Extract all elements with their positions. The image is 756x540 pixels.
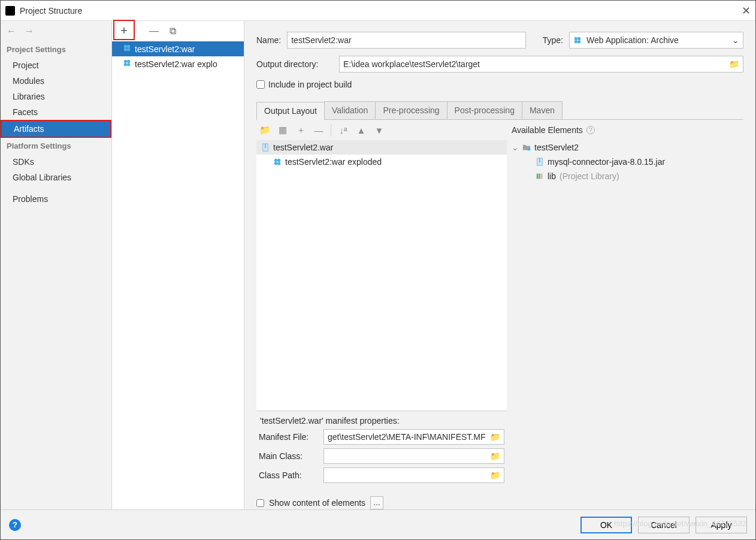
artifact-toolbar: ＋ — ⧉	[112, 21, 244, 41]
main-panel: Name: Type: Web Application: Archive ⌄ O…	[244, 21, 755, 509]
browse-icon[interactable]: 📁	[490, 451, 500, 461]
class-path-field[interactable]: 📁	[323, 467, 504, 483]
browse-folder-icon[interactable]: 📁	[729, 59, 739, 69]
sidebar-item-libraries[interactable]: Libraries	[1, 89, 111, 104]
artifact-name-input[interactable]	[287, 32, 526, 49]
svg-point-16	[274, 162, 277, 165]
nav-forward-icon[interactable]: →	[25, 26, 34, 37]
manifest-file-field[interactable]: get\testServlet2\META-INF\MANIFEST.MF📁	[323, 429, 504, 445]
output-dir-field[interactable]: E:\idea workplace\testServlet2\target 📁	[339, 56, 743, 73]
copy-artifact-button[interactable]: ⧉	[170, 26, 176, 37]
remove-artifact-button[interactable]: —	[149, 26, 159, 37]
manifest-panel: 'testServlet2.war' manifest properties: …	[256, 411, 507, 489]
svg-point-8	[574, 37, 577, 40]
output-dir-label: Output directory:	[256, 59, 333, 69]
show-content-label: Show content of elements	[269, 498, 365, 508]
sidebar-item-problems[interactable]: Problems	[1, 191, 111, 207]
folder-icon	[522, 143, 531, 152]
library-icon	[536, 172, 544, 180]
sidebar-item-modules[interactable]: Modules	[1, 73, 111, 89]
name-label: Name:	[256, 35, 281, 45]
expand-icon[interactable]: ⌄	[512, 143, 519, 152]
sidebar-item-facets[interactable]: Facets	[1, 104, 111, 120]
tab-validation[interactable]: Validation	[324, 101, 376, 119]
class-path-label: Class Path:	[259, 470, 323, 480]
svg-point-17	[277, 159, 280, 162]
help-icon[interactable]: ?	[586, 126, 595, 134]
main-class-field[interactable]: 📁	[323, 448, 504, 464]
apply-button[interactable]: Apply	[695, 517, 747, 533]
title-bar: Project Structure ✕	[1, 1, 755, 21]
output-layout-tree[interactable]: testServlet2.war testServlet2:war explod…	[256, 140, 507, 411]
sidebar: ← → Project Settings Project Modules Lib…	[1, 21, 112, 509]
cancel-button[interactable]: Cancel	[638, 517, 690, 533]
artifact-icon	[123, 59, 131, 69]
section-platform-settings: Platform Settings	[1, 138, 111, 154]
sidebar-item-artifacts[interactable]: Artifacts	[2, 121, 110, 137]
available-elements-label: Available Elements	[512, 125, 583, 135]
move-down-icon[interactable]: ▼	[373, 125, 385, 135]
include-in-build-checkbox[interactable]	[256, 80, 265, 89]
svg-point-1	[127, 48, 130, 51]
create-archive-icon[interactable]: ▦	[277, 125, 289, 135]
help-button[interactable]: ?	[9, 519, 21, 531]
available-item-label: mysql-connector-java-8.0.15.jar	[548, 157, 665, 167]
svg-point-10	[574, 40, 577, 43]
archive-icon	[536, 158, 544, 166]
add-copy-icon[interactable]: ＋	[295, 125, 307, 136]
sidebar-item-global-libraries[interactable]: Global Libraries	[1, 170, 111, 185]
svg-point-5	[127, 63, 130, 66]
artifact-icon	[123, 44, 131, 54]
available-elements-tree[interactable]: ⌄ testServlet2 mysql-connector-java-8.0.…	[507, 140, 743, 489]
sort-icon[interactable]: ↓ª	[337, 125, 349, 135]
create-directory-icon[interactable]: 📁	[259, 125, 271, 135]
browse-icon[interactable]: 📁	[490, 470, 500, 480]
svg-rect-20	[539, 158, 540, 162]
add-artifact-button[interactable]: ＋	[113, 20, 135, 40]
main-class-label: Main Class:	[259, 451, 323, 461]
svg-point-14	[274, 159, 277, 162]
layout-child-label: testServlet2:war exploded	[285, 157, 382, 167]
sidebar-item-sdks[interactable]: SDKs	[1, 154, 111, 170]
include-in-build-label: Include in project build	[268, 80, 352, 89]
close-icon[interactable]: ✕	[742, 4, 751, 17]
artifact-icon	[273, 158, 282, 166]
type-icon	[573, 36, 582, 44]
artifact-list-panel: ＋ — ⧉ testServlet2:war testServlet2:war …	[112, 21, 244, 509]
layout-root-label: testServlet2.war	[273, 143, 333, 152]
manifest-header: 'testServlet2.war' manifest properties:	[260, 416, 507, 426]
artifact-list-item[interactable]: testServlet2:war explo	[112, 56, 244, 71]
svg-point-0	[124, 45, 127, 48]
svg-rect-18	[528, 148, 530, 150]
artifact-list-item[interactable]: testServlet2:war	[112, 41, 244, 56]
dialog-footer: ? OK Cancel Apply	[1, 509, 755, 539]
show-content-checkbox[interactable]	[256, 499, 264, 507]
sidebar-item-project[interactable]: Project	[1, 58, 111, 73]
move-up-icon[interactable]: ▲	[355, 125, 367, 135]
available-item-label: lib	[548, 171, 556, 181]
app-icon	[5, 6, 15, 16]
svg-point-9	[577, 40, 580, 43]
svg-rect-22	[539, 174, 540, 179]
browse-icon[interactable]: 📁	[490, 432, 500, 442]
type-label: Type:	[543, 35, 563, 45]
nav-back-icon[interactable]: ←	[7, 26, 16, 37]
tab-output-layout[interactable]: Output Layout	[256, 102, 325, 120]
section-project-settings: Project Settings	[1, 41, 111, 58]
available-item-suffix: (Project Library)	[560, 171, 619, 181]
svg-point-7	[127, 60, 130, 63]
remove-icon[interactable]: —	[313, 125, 325, 135]
tab-maven[interactable]: Maven	[522, 101, 563, 119]
svg-point-2	[124, 48, 127, 51]
show-content-options-button[interactable]: …	[370, 496, 383, 509]
window-title: Project Structure	[20, 6, 82, 16]
svg-point-15	[277, 162, 280, 165]
manifest-file-label: Manifest File:	[259, 432, 323, 442]
svg-point-3	[127, 45, 130, 48]
tab-postprocessing[interactable]: Post-processing	[447, 101, 522, 119]
ok-button[interactable]: OK	[580, 517, 632, 533]
tab-preprocessing[interactable]: Pre-processing	[375, 101, 447, 119]
artifact-type-select[interactable]: Web Application: Archive ⌄	[569, 32, 743, 49]
svg-rect-13	[265, 144, 266, 148]
svg-point-6	[124, 63, 127, 66]
